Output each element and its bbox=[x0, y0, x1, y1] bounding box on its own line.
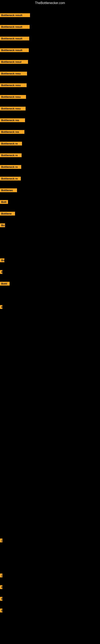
bottleneck-badge: Bottleneck resu bbox=[0, 83, 27, 87]
bottleneck-badge: Bo bbox=[0, 258, 4, 262]
bottleneck-badge: Bottleneck resu bbox=[0, 72, 27, 76]
bottleneck-badge: B bbox=[0, 608, 2, 612]
site-title: TheBottlenecker.com bbox=[0, 0, 100, 6]
bottleneck-badge: Bottleneck result bbox=[0, 13, 30, 17]
bottleneck-badge: Bottleneck resu bbox=[0, 107, 26, 110]
bottleneck-badge: Bottleneck re bbox=[0, 153, 22, 157]
bottleneck-badge: | bbox=[0, 574, 2, 578]
bottleneck-badge: B bbox=[0, 270, 2, 274]
bottleneck-badge: Bottl bbox=[0, 282, 10, 286]
bottleneck-badge: Bo bbox=[0, 224, 5, 227]
bottleneck-badge: | bbox=[0, 538, 2, 542]
bottleneck-badge: Bottleneck res bbox=[0, 118, 25, 122]
bottleneck-badge: Bottlenec bbox=[0, 188, 17, 192]
bottleneck-badge: Bottleneck re bbox=[0, 142, 22, 146]
bottleneck-badge: B bbox=[0, 585, 2, 589]
bottleneck-badge: Bottlene bbox=[0, 212, 15, 216]
bottleneck-badge: Bottleneck resul bbox=[0, 60, 28, 64]
bottleneck-badge: Bottleneck result bbox=[0, 25, 30, 29]
bottleneck-badge: Bottleneck res bbox=[0, 130, 24, 134]
bottleneck-badge: Bottleneck re bbox=[0, 165, 21, 169]
bottleneck-badge: Bottleneck resu bbox=[0, 95, 26, 99]
bottleneck-badge: Bottleneck result bbox=[0, 48, 29, 52]
bottleneck-badge: Bottleneck result bbox=[0, 37, 29, 40]
bottleneck-badge: Bottleneck re bbox=[0, 177, 21, 180]
bottleneck-badge: Bott bbox=[0, 200, 8, 204]
bottleneck-badge: B bbox=[0, 597, 2, 601]
bottleneck-badge: B bbox=[0, 305, 2, 309]
